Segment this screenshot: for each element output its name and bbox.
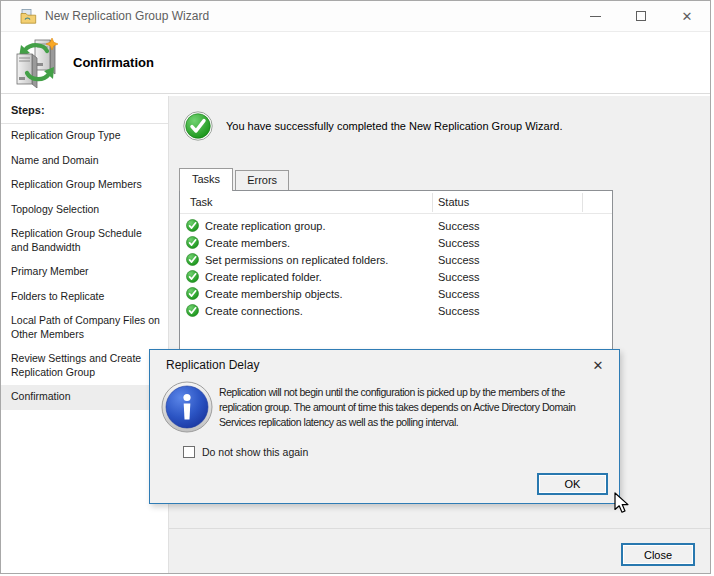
sidebar-step-label: Replication Group Type — [11, 129, 121, 141]
task-cell: Create connections. — [205, 305, 438, 317]
sidebar-step-item[interactable]: Confirmation — [1, 385, 168, 410]
sidebar-step-label: Folders to Replicate — [11, 290, 104, 302]
status-cell: Success — [438, 254, 480, 266]
ok-button[interactable]: OK — [537, 473, 608, 495]
success-message: You have successfully completed the New … — [226, 120, 562, 132]
tab-strip: Tasks Errors — [179, 168, 291, 190]
page-title: Confirmation — [73, 55, 154, 70]
task-cell: Create replication group. — [205, 220, 438, 232]
maximize-icon — [636, 11, 646, 21]
tab-tasks[interactable]: Tasks — [179, 168, 233, 191]
task-success-icon — [186, 270, 199, 283]
status-cell: Success — [438, 271, 480, 283]
steps-heading: Steps: — [1, 96, 168, 124]
task-success-icon — [186, 287, 199, 300]
sidebar-step-label: Replication Group Schedule and Bandwidth — [11, 227, 142, 253]
table-row[interactable]: Create replication group. Success — [180, 217, 612, 234]
wizard-window: New Replication Group Wizard ✕ — [0, 0, 711, 574]
close-icon: ✕ — [682, 10, 693, 23]
table-row[interactable]: Create membership objects. Success — [180, 285, 612, 302]
title-bar: New Replication Group Wizard ✕ — [1, 1, 710, 32]
column-divider[interactable] — [432, 193, 433, 212]
sidebar-step-item[interactable]: Review Settings and Create Replication G… — [1, 347, 168, 385]
table-row[interactable]: Create replicated folder. Success — [180, 268, 612, 285]
wizard-header: Confirmation — [1, 32, 710, 94]
column-header-status[interactable]: Status — [438, 196, 469, 208]
sidebar-step-label: Review Settings and Create Replication G… — [11, 352, 141, 378]
replication-wizard-icon — [14, 38, 60, 88]
close-button[interactable]: Close — [621, 543, 695, 566]
dialog-title: Replication Delay — [166, 358, 259, 372]
sidebar-step-item[interactable]: Topology Selection — [1, 198, 168, 223]
steps-sidebar: Steps: Replication Group Type Name and D… — [1, 96, 169, 573]
dialog-message: Replication will not begin until the con… — [219, 385, 621, 430]
column-divider[interactable] — [582, 193, 583, 212]
task-success-icon — [186, 304, 199, 317]
task-cell: Create members. — [205, 237, 438, 249]
app-icon — [20, 8, 37, 25]
sidebar-step-item[interactable]: Name and Domain — [1, 149, 168, 174]
status-cell: Success — [438, 237, 480, 249]
minimize-icon — [590, 16, 601, 17]
sidebar-step-label: Topology Selection — [11, 203, 99, 215]
do-not-show-again-control[interactable]: Do not show this again — [183, 446, 308, 458]
table-body: Create replication group. Success Create… — [180, 214, 612, 319]
sidebar-step-label: Primary Member — [11, 265, 89, 277]
task-success-icon — [186, 219, 199, 232]
task-success-icon — [186, 253, 199, 266]
task-success-icon — [186, 236, 199, 249]
table-row[interactable]: Create connections. Success — [180, 302, 612, 319]
sidebar-step-item[interactable]: Local Path of Company Files on Other Mem… — [1, 309, 168, 347]
do-not-show-again-label: Do not show this again — [202, 446, 308, 458]
footer-separator — [169, 528, 710, 529]
task-cell: Create replicated folder. — [205, 271, 438, 283]
tab-errors[interactable]: Errors — [235, 170, 289, 190]
table-row[interactable]: Create members. Success — [180, 234, 612, 251]
task-cell: Create membership objects. — [205, 288, 438, 300]
success-row: You have successfully completed the New … — [183, 111, 562, 141]
close-icon: ✕ — [593, 358, 604, 373]
status-cell: Success — [438, 220, 480, 232]
window-title: New Replication Group Wizard — [45, 9, 209, 23]
dialog-close-button[interactable]: ✕ — [587, 355, 609, 375]
status-cell: Success — [438, 305, 480, 317]
column-header-task[interactable]: Task — [190, 196, 213, 208]
status-cell: Success — [438, 288, 480, 300]
minimize-button[interactable] — [572, 1, 618, 31]
maximize-button[interactable] — [618, 1, 664, 31]
do-not-show-again-checkbox[interactable] — [183, 446, 195, 458]
table-row[interactable]: Set permissions on replicated folders. S… — [180, 251, 612, 268]
steps-list: Replication Group Type Name and Domain R… — [1, 124, 168, 410]
sidebar-step-label: Replication Group Members — [11, 178, 142, 190]
success-check-icon — [183, 111, 213, 141]
replication-delay-dialog: Replication Delay ✕ Replication will not… — [149, 349, 620, 504]
sidebar-step-item[interactable]: Folders to Replicate — [1, 285, 168, 310]
sidebar-step-item[interactable]: Primary Member — [1, 260, 168, 285]
window-controls: ✕ — [572, 1, 710, 31]
sidebar-step-label: Local Path of Company Files on Other Mem… — [11, 314, 160, 340]
sidebar-step-item[interactable]: Replication Group Members — [1, 173, 168, 198]
tasks-panel: Task Status Create replication group. Su… — [179, 190, 613, 350]
close-window-button[interactable]: ✕ — [664, 1, 710, 31]
sidebar-step-item[interactable]: Replication Group Type — [1, 124, 168, 149]
info-icon — [161, 381, 213, 433]
task-cell: Set permissions on replicated folders. — [205, 254, 438, 266]
sidebar-step-label: Name and Domain — [11, 154, 99, 166]
table-header: Task Status — [180, 191, 612, 214]
sidebar-step-item[interactable]: Replication Group Schedule and Bandwidth — [1, 222, 168, 260]
sidebar-step-label: Confirmation — [11, 390, 71, 402]
